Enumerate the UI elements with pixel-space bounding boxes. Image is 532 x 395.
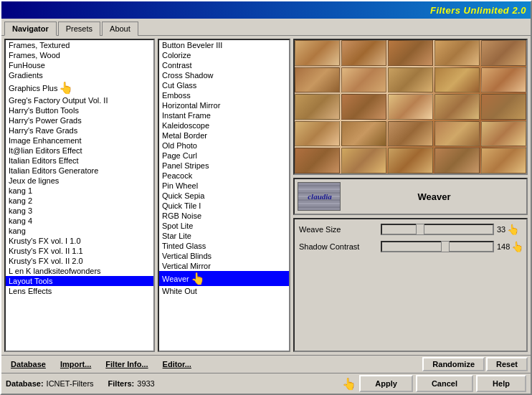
- list-item[interactable]: Krusty's FX vol. II 2.0: [6, 256, 153, 266]
- grid-cell: [388, 94, 433, 120]
- main-window: Filters Unlimited 2.0 Navigator Presets …: [0, 0, 532, 395]
- list-item[interactable]: Harry's Rave Grads: [6, 125, 153, 135]
- grid-cell: [434, 40, 480, 66]
- grid-cell: [388, 40, 433, 66]
- grid-cell: [434, 67, 480, 93]
- list-item[interactable]: Lens Effects: [6, 286, 153, 296]
- list-item-weaver[interactable]: Weaver 👆: [159, 271, 289, 286]
- shadow-contrast-slider[interactable]: [381, 241, 494, 252]
- grid-cell: [295, 94, 340, 120]
- list-item[interactable]: Emboss: [159, 90, 289, 100]
- grid-cell: [434, 121, 480, 147]
- list-item[interactable]: Gradients: [6, 70, 153, 80]
- list-item[interactable]: Greg's Factory Output Vol. II: [6, 95, 153, 105]
- help-button[interactable]: Help: [476, 375, 526, 392]
- list-item[interactable]: kang 4: [6, 216, 153, 226]
- tab-about[interactable]: About: [102, 22, 138, 36]
- list-item[interactable]: Pin Wheel: [159, 181, 289, 191]
- preview-grid: [295, 40, 526, 173]
- list-item[interactable]: Krusty's FX vol. II 1.1: [6, 246, 153, 256]
- grid-cell: [341, 40, 386, 66]
- filter-list[interactable]: Button Beveler III Colorize Contrast Cro…: [158, 39, 290, 352]
- weave-size-label: Weave Size: [299, 225, 378, 234]
- list-item[interactable]: Italian Editors Generatore: [6, 166, 153, 176]
- list-item[interactable]: Button Beveler III: [159, 40, 289, 50]
- list-item[interactable]: Spot Lite: [159, 221, 289, 231]
- grid-cell: [295, 121, 340, 147]
- list-item[interactable]: Frames, Textured: [6, 40, 153, 50]
- database-button[interactable]: Database: [4, 358, 52, 371]
- list-item[interactable]: RGB Noise: [159, 211, 289, 221]
- apply-button[interactable]: Apply: [359, 375, 413, 392]
- grid-cell: [295, 67, 340, 93]
- category-list[interactable]: Frames, Textured Frames, Wood FunHouse G…: [4, 39, 155, 352]
- grid-cell: [341, 67, 386, 93]
- list-item[interactable]: Image Enhancement: [6, 135, 153, 146]
- list-item[interactable]: kang: [6, 226, 153, 236]
- status-bar: Database: ICNET-Filters Filters: 3933 👆 …: [1, 373, 531, 394]
- list-item[interactable]: Horizontal Mirror: [159, 100, 289, 110]
- list-item[interactable]: Cut Glass: [159, 80, 289, 90]
- editor-button[interactable]: Editor...: [156, 358, 198, 371]
- import-button[interactable]: Import...: [54, 358, 98, 371]
- list-item-layout-tools[interactable]: Layout Tools: [6, 276, 153, 286]
- list-item[interactable]: White Out: [159, 286, 289, 296]
- list-item[interactable]: Quick Sepia: [159, 191, 289, 201]
- grid-cell: [341, 94, 386, 120]
- list-item[interactable]: kang 3: [6, 206, 153, 216]
- list-item[interactable]: It@lian Editors Effect: [6, 146, 153, 156]
- list-item[interactable]: Star Lite: [159, 231, 289, 241]
- claudia-logo-svg: claudia: [298, 182, 340, 211]
- list-item[interactable]: Kaleidoscope: [159, 120, 289, 130]
- list-item[interactable]: Panel Stripes: [159, 161, 289, 171]
- list-item[interactable]: Colorize: [159, 50, 289, 60]
- cursor-icon-shadow: 👆: [511, 241, 523, 252]
- list-item[interactable]: Contrast: [159, 60, 289, 70]
- list-item[interactable]: Harry's Button Tools: [6, 105, 153, 115]
- grid-cell: [434, 148, 480, 173]
- list-item[interactable]: Vertical Mirror: [159, 261, 289, 271]
- list-item[interactable]: Peacock: [159, 171, 289, 181]
- database-status: Database: ICNET-Filters: [6, 379, 94, 388]
- svg-text:claudia: claudia: [308, 192, 332, 201]
- filter-info-panel: claudia Weaver: [293, 178, 528, 215]
- cursor-icon-apply: 👆: [342, 377, 356, 391]
- grid-cell: [388, 148, 433, 173]
- list-item[interactable]: Quick Tile I: [159, 201, 289, 211]
- list-item[interactable]: Metal Border: [159, 130, 289, 141]
- list-item[interactable]: Vertical Blinds: [159, 251, 289, 261]
- list-item[interactable]: Harry's Power Grads: [6, 115, 153, 125]
- grid-cell: [481, 148, 526, 173]
- grid-cell: [388, 67, 433, 93]
- weave-size-row: Weave Size 33 👆: [299, 224, 522, 235]
- randomize-button[interactable]: Randomize: [422, 357, 485, 371]
- reset-button[interactable]: Reset: [486, 357, 528, 371]
- list-item[interactable]: FunHouse: [6, 60, 153, 70]
- list-item[interactable]: L en K landksiteofwonders: [6, 266, 153, 276]
- right-panel: claudia Weaver Weave Size 33 👆 Shadow Co…: [293, 39, 528, 352]
- list-item[interactable]: Instant Frame: [159, 110, 289, 120]
- weave-size-value: 33 👆: [497, 224, 522, 235]
- list-item[interactable]: Jeux de lignes: [6, 176, 153, 186]
- list-item-graphics-plus[interactable]: Graphics Plus 👆: [6, 80, 153, 95]
- list-item[interactable]: kang 2: [6, 196, 153, 206]
- list-item[interactable]: Page Curl: [159, 151, 289, 161]
- grid-cell: [481, 40, 526, 66]
- weave-size-slider[interactable]: [381, 224, 494, 235]
- cancel-button[interactable]: Cancel: [416, 375, 473, 392]
- grid-cell: [295, 148, 340, 173]
- database-status-value: ICNET-Filters: [47, 379, 94, 388]
- list-item[interactable]: Cross Shadow: [159, 70, 289, 80]
- cursor-pointer-icon: 👆: [59, 81, 73, 95]
- filter-info-button[interactable]: Filter Info...: [99, 358, 154, 371]
- list-item[interactable]: Old Photo: [159, 141, 289, 151]
- list-item[interactable]: Tinted Glass: [159, 241, 289, 251]
- grid-cell: [341, 121, 386, 147]
- tab-presets[interactable]: Presets: [58, 22, 100, 36]
- grid-cell: [481, 94, 526, 120]
- list-item[interactable]: Krusty's FX vol. I 1.0: [6, 236, 153, 246]
- list-item[interactable]: Frames, Wood: [6, 50, 153, 60]
- list-item[interactable]: Italian Editors Effect: [6, 156, 153, 166]
- tab-navigator[interactable]: Navigator: [4, 22, 57, 36]
- list-item[interactable]: kang 1: [6, 186, 153, 196]
